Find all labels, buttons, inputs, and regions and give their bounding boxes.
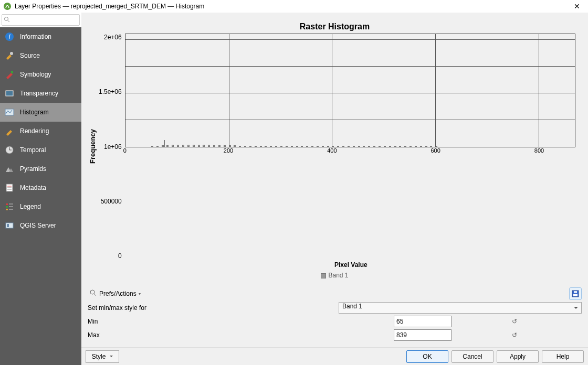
svg-rect-17 xyxy=(6,203,8,205)
sidebar-item-qgis-server[interactable]: QGIS Server xyxy=(0,216,81,235)
svg-point-0 xyxy=(4,3,11,10)
style-button[interactable]: Style xyxy=(86,350,119,363)
sidebar-item-metadata[interactable]: Metadata xyxy=(0,178,81,197)
sidebar-item-label: Symbology xyxy=(20,71,51,78)
sidebar-item-transparency[interactable]: Transparency xyxy=(0,84,81,103)
plot-grid xyxy=(125,34,575,147)
server-icon xyxy=(4,220,15,231)
sidebar-item-label: Histogram xyxy=(20,109,49,116)
svg-rect-18 xyxy=(6,206,8,208)
sidebar-item-label: Information xyxy=(20,33,51,40)
histogram-icon xyxy=(4,107,15,117)
x-axis-label: Pixel Value xyxy=(87,260,583,272)
titlebar: Layer Properties — reprojected_merged_SR… xyxy=(0,0,588,13)
ok-button[interactable]: OK xyxy=(406,350,448,363)
legend-swatch xyxy=(321,273,326,278)
sidebar-item-pyramids[interactable]: Pyramids xyxy=(0,159,81,178)
magnifier-icon xyxy=(90,289,97,298)
brush-icon xyxy=(4,69,15,80)
chart-legend: Band 1 xyxy=(87,272,583,282)
close-icon[interactable]: ✕ xyxy=(569,2,585,10)
transparency-icon xyxy=(4,88,15,99)
svg-text:i: i xyxy=(9,33,10,40)
window-title: Layer Properties — reprojected_merged_SR… xyxy=(15,3,569,10)
sidebar-item-label: Source xyxy=(20,52,40,59)
svg-rect-19 xyxy=(6,209,8,210)
sidebar-item-label: Legend xyxy=(20,203,41,210)
cancel-button[interactable]: Cancel xyxy=(452,350,494,363)
svg-rect-7 xyxy=(6,91,13,96)
max-label: Max xyxy=(88,331,390,339)
info-icon: i xyxy=(4,31,15,42)
svg-rect-29 xyxy=(574,291,577,293)
svg-line-26 xyxy=(94,294,96,296)
sidebar-item-label: QGIS Server xyxy=(20,222,56,229)
legend-icon xyxy=(4,201,15,212)
sidebar-item-rendering[interactable]: Rendering xyxy=(0,122,81,141)
sidebar-item-legend[interactable]: Legend xyxy=(0,197,81,216)
band-select[interactable]: Band 1 xyxy=(339,302,582,314)
paint-icon xyxy=(4,126,15,136)
pyramids-icon xyxy=(4,164,15,174)
svg-point-5 xyxy=(10,52,13,55)
reset-max-button[interactable]: ↺ xyxy=(509,331,520,339)
sidebar-item-symbology[interactable]: Symbology xyxy=(0,65,81,84)
y-axis-label: Frequency xyxy=(87,34,99,260)
sidebar: i Information Source Symbology Transpare… xyxy=(0,13,81,365)
y-ticks: 2e+061.5e+061e+065000000 xyxy=(99,34,125,260)
sidebar-item-temporal[interactable]: Temporal xyxy=(0,141,81,159)
wrench-icon xyxy=(4,50,15,61)
histogram-chart: Raster Histogram Frequency 2e+061.5e+061… xyxy=(87,18,583,282)
sidebar-item-label: Pyramids xyxy=(20,165,46,173)
metadata-icon xyxy=(4,182,15,193)
app-icon xyxy=(3,2,12,10)
sidebar-item-histogram[interactable]: Histogram xyxy=(0,103,81,122)
sidebar-item-label: Metadata xyxy=(20,184,46,191)
sidebar-item-label: Rendering xyxy=(20,127,49,135)
clock-icon xyxy=(4,145,15,155)
setminmax-label: Set min/max style for xyxy=(88,304,334,312)
floppy-icon xyxy=(572,290,579,297)
svg-point-1 xyxy=(5,17,8,21)
svg-rect-24 xyxy=(7,224,9,227)
search-icon xyxy=(4,16,10,24)
min-input[interactable] xyxy=(394,316,452,327)
min-label: Min xyxy=(88,318,390,325)
svg-line-2 xyxy=(8,20,9,22)
footer: Style OK Cancel Apply Help xyxy=(81,347,588,365)
prefs-actions-button[interactable]: Prefs/Actions ▾ xyxy=(88,288,143,299)
svg-rect-28 xyxy=(573,294,578,296)
x-ticks: 0200400600800 xyxy=(125,147,575,260)
search-input[interactable] xyxy=(2,14,80,26)
help-button[interactable]: Help xyxy=(542,350,584,363)
reset-min-button[interactable]: ↺ xyxy=(509,318,520,325)
chart-title: Raster Histogram xyxy=(87,18,583,34)
sidebar-item-label: Temporal xyxy=(20,146,46,154)
apply-button[interactable]: Apply xyxy=(497,350,539,363)
svg-rect-6 xyxy=(11,71,13,73)
save-chart-button[interactable] xyxy=(569,287,582,300)
svg-point-25 xyxy=(90,290,94,294)
max-input[interactable] xyxy=(394,329,452,341)
sidebar-item-source[interactable]: Source xyxy=(0,46,81,65)
sidebar-item-label: Transparency xyxy=(20,90,58,97)
sidebar-item-information[interactable]: i Information xyxy=(0,27,81,46)
chevron-down-icon: ▾ xyxy=(139,292,141,296)
